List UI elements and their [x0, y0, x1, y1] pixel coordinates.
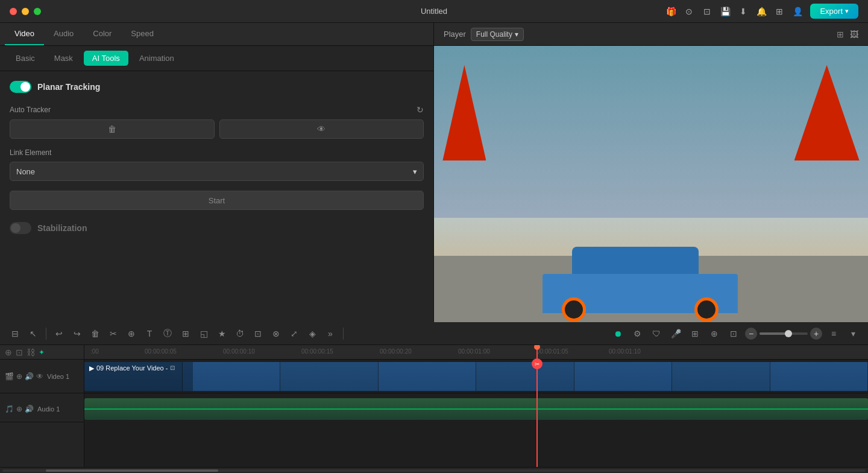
track-headers: ⊕ ⊡ ⛓ ✦ 🎬 ⊕ 🔊 👁 Video 1 🎵 ⊕ — [0, 345, 84, 467]
track-content: :00 00:00:00:05 00:00:00:10 00:00:00:15 … — [84, 345, 868, 467]
start-button[interactable]: Start — [10, 191, 424, 210]
link-track-icon[interactable]: ⛓ — [27, 348, 35, 357]
tracker-delete-input[interactable]: 🗑 — [10, 119, 215, 139]
layout-icon[interactable]: ⊡ — [702, 6, 712, 17]
crop-tool[interactable]: ◱ — [196, 326, 212, 341]
image-icon[interactable]: 🖼 — [850, 30, 858, 39]
ruler-tick-1: 00:00:00:05 — [145, 348, 177, 355]
header-ruler-spacer: ⊕ ⊡ ⛓ ✦ — [0, 345, 84, 360]
window-title: Untitled — [421, 7, 447, 16]
refresh-icon[interactable]: ↻ — [417, 105, 424, 115]
more-tool[interactable]: » — [322, 326, 338, 341]
record-tool[interactable]: ⏺ — [610, 326, 626, 341]
download-icon[interactable]: ⬇ — [738, 6, 749, 17]
ruler-tick-7: 00:00:01:10 — [609, 348, 641, 355]
zoom-out-button[interactable]: − — [745, 328, 757, 340]
audio-track-header: 🎵 ⊕ 🔊 Audio 1 — [0, 396, 84, 422]
zoom-slider[interactable] — [760, 332, 808, 335]
color-tool[interactable]: ◈ — [304, 326, 320, 341]
quality-select[interactable]: Full Quality ▾ — [471, 28, 524, 41]
subtab-mask[interactable]: Mask — [46, 51, 81, 66]
tab-audio[interactable]: Audio — [44, 23, 83, 45]
tab-color[interactable]: Color — [83, 23, 121, 45]
tab-video[interactable]: Video — [5, 23, 44, 45]
delete-tool[interactable]: 🗑 — [87, 326, 103, 341]
stabilization-toggle[interactable] — [10, 222, 31, 234]
audio-add-icon[interactable]: ⊕ — [16, 405, 22, 413]
timer-tool[interactable]: ⊗ — [268, 326, 284, 341]
video-add-icon[interactable]: ⊕ — [16, 372, 22, 381]
maximize-button[interactable] — [34, 8, 41, 15]
shield-tool[interactable]: 🛡 — [649, 326, 664, 341]
caption-add-tool[interactable]: ⊕ — [706, 326, 722, 341]
planar-tracking-toggle[interactable] — [10, 81, 31, 93]
expand-tool[interactable]: ▾ — [845, 326, 861, 341]
gear-tool[interactable]: ⚙ — [629, 326, 645, 341]
car-roof — [572, 247, 699, 274]
fullscreen-tool[interactable]: ⤢ — [286, 326, 302, 341]
notification-icon[interactable]: 🔔 — [756, 6, 767, 17]
top-tabs: Video Audio Color Speed — [0, 23, 433, 46]
layout-menu-tool[interactable]: ≡ — [826, 326, 841, 341]
magnet-icon[interactable]: ✦ — [39, 348, 45, 357]
circle-icon[interactable]: ⊙ — [684, 6, 694, 17]
gift-icon[interactable]: 🎁 — [665, 6, 676, 17]
mic-tool[interactable]: 🎤 — [668, 326, 684, 341]
split-screen-tool[interactable]: ⊡ — [726, 326, 741, 341]
video-clip[interactable]: ▶ 09 Replace Your Video - ⊡ — [84, 362, 868, 391]
timeline-scrollbar[interactable] — [0, 467, 868, 473]
toolbar-separator-2 — [343, 328, 344, 340]
chevron-down-icon: ▾ — [515, 30, 518, 39]
titlebar: Untitled 🎁 ⊙ ⊡ 💾 ⬇ 🔔 ⊞ 👤 Export — [0, 0, 868, 23]
music-icon: 🎵 — [5, 405, 14, 413]
minimize-button[interactable] — [22, 8, 29, 15]
title-tool[interactable]: T — [142, 326, 157, 341]
add-track-icon[interactable]: ⊕ — [5, 348, 12, 357]
sub-tabs: Basic Mask AI Tools Animation — [0, 46, 433, 71]
add-track-tool[interactable]: ⊕ — [124, 326, 139, 341]
export-button[interactable]: Export — [810, 4, 858, 19]
subtab-ai-tools[interactable]: AI Tools — [84, 51, 128, 66]
subtab-animation[interactable]: Animation — [131, 51, 183, 66]
eye-icon: 👁 — [317, 124, 326, 134]
toolbar-separator-1 — [46, 328, 46, 340]
redo-tool[interactable]: ↪ — [69, 326, 85, 341]
tab-speed[interactable]: Speed — [121, 23, 163, 45]
effects-tool[interactable]: ★ — [214, 326, 230, 341]
scrollbar-track[interactable] — [2, 469, 866, 472]
window-controls — [10, 8, 41, 15]
select-tool[interactable]: ↖ — [25, 326, 41, 341]
layer-tool[interactable]: ⊞ — [687, 326, 703, 341]
scrollbar-thumb[interactable] — [46, 469, 218, 472]
speed-tool[interactable]: ⏱ — [232, 326, 248, 341]
audio-clip[interactable] — [84, 398, 868, 420]
subtab-basic[interactable]: Basic — [7, 51, 43, 66]
text-tool[interactable]: Ⓣ — [160, 326, 175, 341]
clip-badge: ⊡ — [170, 364, 175, 371]
tracker-eye-input[interactable]: 👁 — [219, 119, 424, 139]
player-header: Player Full Quality ▾ ⊞ 🖼 — [434, 23, 868, 46]
undo-tool[interactable]: ↩ — [51, 326, 67, 341]
grid-view-icon[interactable]: ⊞ — [774, 6, 785, 17]
save-icon[interactable]: 💾 — [720, 6, 731, 17]
zoom-slider-fill — [760, 332, 788, 335]
caption-tool[interactable]: ⊡ — [250, 326, 266, 341]
user-avatar[interactable]: 👤 — [792, 6, 803, 17]
planar-tracking-label: Planar Tracking — [37, 82, 100, 92]
link-element-dropdown[interactable]: None ▾ — [10, 162, 424, 181]
audio-track-icons: 🎵 ⊕ 🔊 — [5, 405, 34, 413]
split-view-tool[interactable]: ⊟ — [7, 326, 23, 341]
audio-waveform — [84, 408, 868, 410]
close-button[interactable] — [10, 8, 17, 15]
video-track-label: Video 1 — [47, 373, 69, 380]
zoom-in-button[interactable]: + — [810, 328, 822, 340]
toolbar-right: ⏺ ⚙ 🛡 🎤 ⊞ ⊕ ⊡ − + ≡ ▾ — [610, 326, 861, 341]
audio-volume-icon[interactable]: 🔊 — [25, 405, 34, 413]
caption-track-icon[interactable]: ⊡ — [16, 348, 23, 357]
video-eye-icon[interactable]: 👁 — [36, 372, 43, 381]
video-volume-icon[interactable]: 🔊 — [25, 372, 34, 381]
grid-layout-icon[interactable]: ⊞ — [837, 30, 844, 39]
transform-tool[interactable]: ⊞ — [178, 326, 193, 341]
player-header-right: ⊞ 🖼 — [837, 30, 858, 39]
cut-tool[interactable]: ✂ — [105, 326, 121, 341]
